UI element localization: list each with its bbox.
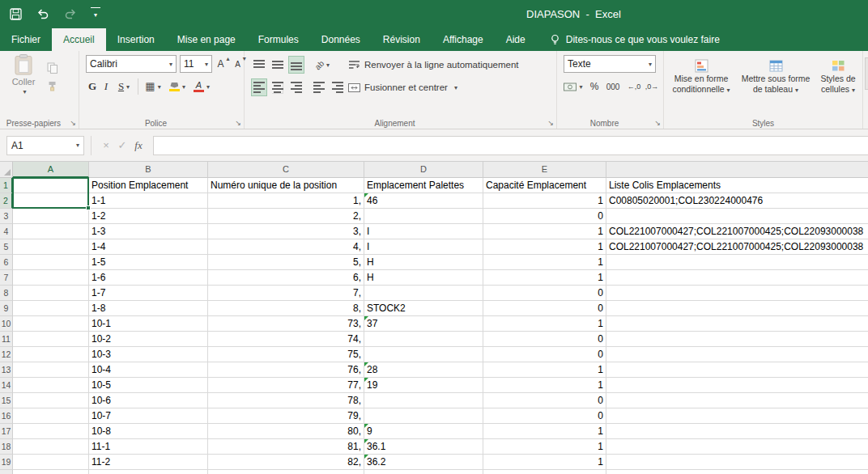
cell-C5[interactable]: 4,	[208, 239, 364, 255]
cell-B12[interactable]: 10-3	[89, 347, 208, 362]
customize-quick-access-button[interactable]: ▾	[91, 7, 100, 22]
row-header-17[interactable]: 17	[0, 424, 13, 439]
cell-F19[interactable]	[606, 455, 868, 470]
cell-A1[interactable]	[13, 178, 89, 193]
cell-A18[interactable]	[13, 439, 89, 455]
cell-F11[interactable]	[606, 332, 868, 347]
cell-F3[interactable]	[606, 209, 868, 224]
clipboard-dialog-launcher[interactable]: ↘	[70, 119, 76, 127]
borders-button[interactable]: ▦ ▾	[143, 78, 164, 95]
cell-A15[interactable]	[13, 393, 89, 408]
row-header-12[interactable]: 12	[0, 347, 13, 362]
cell-E18[interactable]: 1	[483, 439, 606, 455]
cell-A17[interactable]	[13, 424, 89, 439]
cell-E5[interactable]: 1	[483, 239, 606, 255]
cell-B18[interactable]: 11-1	[89, 439, 208, 455]
increase-font-size-button[interactable]: A▴	[215, 55, 232, 73]
cell-E14[interactable]: 1	[483, 378, 606, 393]
cell-F18[interactable]	[606, 439, 868, 455]
cell-E6[interactable]: 1	[483, 255, 606, 270]
cell-E8[interactable]: 0	[483, 286, 606, 301]
tab-formules[interactable]: Formules	[247, 28, 310, 51]
cell-A8[interactable]	[13, 286, 89, 301]
cell-A2[interactable]	[13, 193, 89, 209]
merge-center-button[interactable]: Fusionner et centrer ▾	[348, 78, 457, 97]
column-header-F[interactable]: F	[606, 162, 868, 178]
cell-F7[interactable]	[606, 270, 868, 286]
tab-aide[interactable]: Aide	[495, 28, 537, 51]
cell-A3[interactable]	[13, 209, 89, 224]
row-header-6[interactable]: 6	[0, 255, 13, 270]
cell-D13[interactable]: 28	[364, 362, 483, 378]
cell-A9[interactable]	[13, 301, 89, 316]
cell-A7[interactable]	[13, 270, 89, 286]
cell-D2[interactable]: 46	[364, 193, 483, 209]
cell-E10[interactable]: 1	[483, 316, 606, 332]
cell-A16[interactable]	[13, 408, 89, 424]
cell-F8[interactable]	[606, 286, 868, 301]
cell-B7[interactable]: 1-6	[89, 270, 208, 286]
undo-button[interactable]	[36, 7, 50, 22]
cell-F9[interactable]	[606, 301, 868, 316]
cell-C13[interactable]: 76,	[208, 362, 364, 378]
font-size-combo[interactable]: 11 ▾	[180, 55, 212, 73]
cell-B6[interactable]: 1-5	[89, 255, 208, 270]
cell-B8[interactable]: 1-7	[89, 286, 208, 301]
cell-D19[interactable]: 36.2	[364, 455, 483, 470]
increase-decimal-button[interactable]: ←,0	[625, 78, 643, 95]
cell-D3[interactable]	[364, 209, 483, 224]
cell-A14[interactable]	[13, 378, 89, 393]
decrease-indent-button[interactable]	[311, 78, 327, 96]
cell-B14[interactable]: 10-5	[89, 378, 208, 393]
row-header-19[interactable]: 19	[0, 455, 13, 470]
fill-color-button[interactable]: ▾	[167, 78, 188, 95]
alignment-dialog-launcher[interactable]: ↘	[547, 119, 554, 127]
cell-A10[interactable]	[13, 316, 89, 332]
row-header-3[interactable]: 3	[0, 209, 13, 224]
cell-C6[interactable]: 5,	[208, 255, 364, 270]
align-left-button[interactable]	[251, 78, 267, 96]
cell-A4[interactable]	[13, 224, 89, 239]
cell-D14[interactable]: 19	[364, 378, 483, 393]
middle-align-button[interactable]	[270, 56, 286, 74]
font-name-combo[interactable]: Calibri ▾	[86, 55, 177, 73]
cell-E4[interactable]: 1	[483, 224, 606, 239]
cell-D15[interactable]	[364, 393, 483, 408]
cell-D4[interactable]: I	[364, 224, 483, 239]
cell-B4[interactable]: 1-3	[89, 224, 208, 239]
save-button[interactable]	[8, 7, 23, 22]
row-header-7[interactable]: 7	[0, 270, 13, 286]
formula-input[interactable]	[153, 136, 868, 155]
cell-C3[interactable]: 2,	[208, 209, 364, 224]
name-box[interactable]: A1 ▾	[6, 136, 84, 155]
number-format-combo[interactable]: Texte ▾	[564, 55, 656, 73]
cell-D6[interactable]: H	[364, 255, 483, 270]
increase-indent-button[interactable]	[330, 78, 346, 96]
row-header-13[interactable]: 13	[0, 362, 13, 378]
cell-D7[interactable]: H	[364, 270, 483, 286]
cell-E12[interactable]: 0	[483, 347, 606, 362]
cell-B5[interactable]: 1-4	[89, 239, 208, 255]
cell-D11[interactable]	[364, 332, 483, 347]
cell-E16[interactable]: 0	[483, 408, 606, 424]
cell-E11[interactable]: 0	[483, 332, 606, 347]
cell-C7[interactable]: 6,	[208, 270, 364, 286]
cancel-button[interactable]: ×	[98, 139, 114, 151]
row-header-15[interactable]: 15	[0, 393, 13, 408]
cell-C10[interactable]: 73,	[208, 316, 364, 332]
row-header-16[interactable]: 16	[0, 408, 13, 424]
copy-button[interactable]	[47, 61, 65, 75]
cell-C9[interactable]: 8,	[208, 301, 364, 316]
cell-D12[interactable]	[364, 347, 483, 362]
cell-F17[interactable]	[606, 424, 868, 439]
cell-B11[interactable]: 10-2	[89, 332, 208, 347]
cell-C12[interactable]: 75,	[208, 347, 364, 362]
cell-F1[interactable]: Liste Colis Emplacements	[606, 178, 868, 193]
cell-B15[interactable]: 10-6	[89, 393, 208, 408]
cell-E1[interactable]: Capacité Emplacement	[483, 178, 606, 193]
cell-D18[interactable]: 36.1	[364, 439, 483, 455]
cell-styles-button[interactable]: Styles de cellules▾	[815, 53, 862, 117]
bottom-align-button[interactable]	[288, 56, 304, 74]
cell-B19[interactable]: 11-2	[89, 455, 208, 470]
cell-C19[interactable]: 82,	[208, 455, 364, 470]
